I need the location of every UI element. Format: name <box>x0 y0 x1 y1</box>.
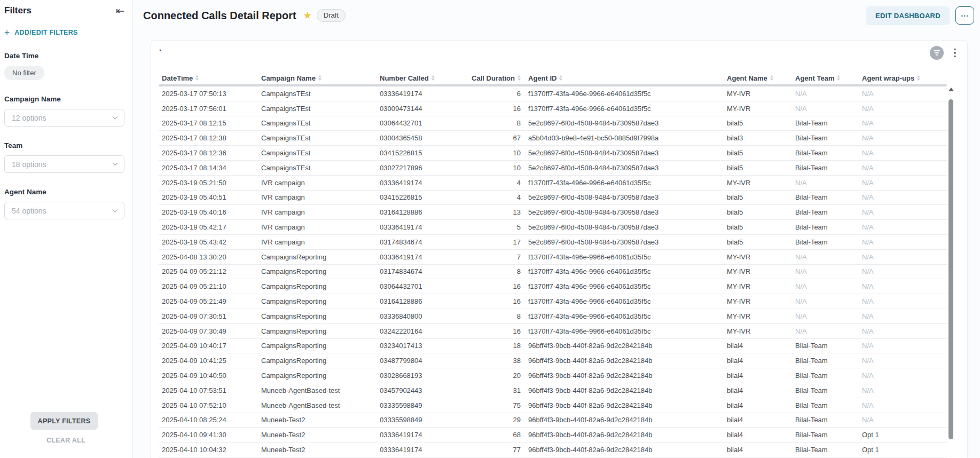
filter-group-campaign-name: Campaign Name 12 options <box>4 95 128 127</box>
column-header-agent-team[interactable]: Agent Team <box>792 74 859 82</box>
cell-agent-team: N/A <box>792 267 859 275</box>
cell-campaign-name: IVR campaign <box>258 223 377 231</box>
cell-agent-wrap-ups: N/A <box>859 193 947 201</box>
agent-name-select[interactable]: 54 options <box>4 202 124 219</box>
sort-icon[interactable] <box>837 75 840 81</box>
cell-agent-name: bilal4 <box>724 401 792 409</box>
cell-agent-name: bilal5 <box>724 223 792 231</box>
cell-agent-name: bilal5 <box>724 119 792 127</box>
cell-agent-id: 96bff4f3-9bcb-440f-82a6-9d2c2842184b <box>525 357 724 365</box>
table-row: 2025-04-09 05:21:49CampaignsReporting031… <box>159 294 947 309</box>
cell-agent-name: bilal5 <box>724 149 792 157</box>
cell-agent-id: 96bff4f3-9bcb-440f-82a6-9d2c2842184b <box>525 342 724 350</box>
table-row: 2025-04-08 13:30:20CampaignsReporting033… <box>159 250 947 265</box>
cell-campaign-name: IVR campaign <box>258 179 377 187</box>
cell-agent-team: Bilal-Team <box>792 164 859 172</box>
cell-number-called: 03064432701 <box>377 119 462 127</box>
column-header-campaign-name[interactable]: Campaign Name <box>258 74 377 82</box>
cell-agent-team: Bilal-Team <box>792 342 859 350</box>
campaign-name-select[interactable]: 12 options <box>4 109 124 127</box>
cell-datetime: 2025-03-17 08:12:36 <box>159 149 258 157</box>
sort-icon[interactable] <box>770 75 773 81</box>
sort-icon[interactable] <box>318 75 322 81</box>
team-select[interactable]: 18 options <box>4 155 124 173</box>
favorite-star-icon[interactable]: ★ <box>303 11 312 20</box>
edit-dashboard-button[interactable]: EDIT DASHBOARD <box>866 6 950 25</box>
cell-agent-id: 5e2c8697-6f0d-4508-9484-b7309587dae3 <box>525 208 724 216</box>
select-value: 12 options <box>12 114 46 122</box>
filter-group-agent-name: Agent Name 54 options <box>4 188 128 219</box>
column-label: Agent Team <box>795 74 834 82</box>
more-options-button[interactable]: ... <box>955 6 974 25</box>
cell-agent-id: f1370ff7-43fa-496e-9966-e64061d35f5c <box>525 267 724 275</box>
cell-agent-id: f1370ff7-43fa-496e-9966-e64061d35f5c <box>525 327 724 335</box>
table-row: 2025-03-17 08:14:34CampaignsTEst03027217… <box>159 161 947 176</box>
cell-datetime: 2025-03-19 05:21:50 <box>159 179 258 187</box>
scrollbar-thumb[interactable] <box>948 99 953 439</box>
column-header-call-duration[interactable]: Call Duration <box>462 74 525 82</box>
cell-datetime: 2025-03-17 08:12:38 <box>159 134 258 142</box>
cell-call-duration: 4 <box>462 193 525 201</box>
column-header-agent-id[interactable]: Agent ID <box>525 74 724 82</box>
cell-agent-wrap-ups: N/A <box>859 149 947 157</box>
table-kebab-menu-icon[interactable] <box>951 45 959 60</box>
table-filter-icon[interactable] <box>930 46 944 60</box>
cell-agent-wrap-ups: Opt 1 <box>859 431 947 439</box>
cell-agent-team: N/A <box>792 253 859 261</box>
column-header-agent-name[interactable]: Agent Name <box>724 74 792 82</box>
cell-number-called: 03242220164 <box>377 327 462 335</box>
cell-agent-id: 96bff4f3-9bcb-440f-82a6-9d2c2842184b <box>525 431 724 439</box>
cell-agent-wrap-ups: N/A <box>859 179 947 187</box>
plus-icon: + <box>4 28 10 37</box>
add-edit-filters-button[interactable]: + ADD/EDIT FILTERS <box>4 28 78 37</box>
cell-number-called: 03174834674 <box>377 267 462 275</box>
sort-icon[interactable] <box>917 75 920 81</box>
table-row: 2025-03-17 08:12:38CampaignsTEst03004365… <box>159 131 947 146</box>
cell-call-duration: 68 <box>462 431 525 439</box>
cell-agent-id: f1370ff7-43fa-496e-9966-e64061d35f5c <box>525 297 724 305</box>
cell-agent-id: 96bff4f3-9bcb-440f-82a6-9d2c2842184b <box>525 401 724 409</box>
cell-campaign-name: CampaignsTEst <box>258 149 377 157</box>
cell-agent-name: MY-IVR <box>724 312 792 320</box>
sort-icon[interactable] <box>195 75 199 81</box>
table-row: 2025-03-17 07:56:01CampaignsTEst03009473… <box>159 101 947 116</box>
sort-icon[interactable] <box>518 75 521 81</box>
column-header-number-called[interactable]: Number Called <box>377 74 462 82</box>
table-header-row: DateTimeCampaign NameNumber CalledCall D… <box>159 72 947 84</box>
cell-agent-team: N/A <box>792 282 859 290</box>
vertical-scrollbar[interactable] <box>948 86 954 458</box>
cell-agent-wrap-ups: N/A <box>859 208 947 216</box>
cell-call-duration: 18 <box>462 342 525 350</box>
filter-label: Date Time <box>4 52 128 60</box>
cell-agent-wrap-ups: N/A <box>859 282 947 290</box>
collapse-sidebar-icon[interactable]: ⇤ <box>116 6 124 16</box>
report-table-card: . DateTimeCampaign NameNumber CalledCall… <box>151 40 968 458</box>
cell-agent-id: 5e2c8697-6f0d-4508-9484-b7309587dae3 <box>525 223 724 231</box>
clear-all-button[interactable]: CLEAR ALL <box>0 437 132 444</box>
apply-filters-button[interactable]: APPLY FILTERS <box>30 412 98 430</box>
cell-agent-name: MY-IVR <box>724 267 792 275</box>
cell-call-duration: 6 <box>462 90 525 98</box>
select-value: 18 options <box>12 160 46 169</box>
table-row: 2025-04-09 10:41:25CampaignsReporting034… <box>159 353 947 368</box>
column-header-agent-wrap-ups[interactable]: Agent wrap-ups <box>859 74 947 82</box>
cell-datetime: 2025-03-19 05:40:51 <box>159 193 258 201</box>
chevron-down-icon <box>113 207 118 212</box>
cell-number-called: 03336419174 <box>377 223 462 231</box>
cell-datetime: 2025-04-09 05:21:12 <box>159 267 258 275</box>
cell-agent-team: Bilal-Team <box>792 223 859 231</box>
column-label: Agent wrap-ups <box>862 74 914 82</box>
sort-icon[interactable] <box>432 75 435 81</box>
scroll-up-arrow-icon[interactable] <box>948 88 954 91</box>
cell-number-called: 03336419174 <box>377 90 462 98</box>
table-row: 2025-03-19 05:21:50IVR campaign033364191… <box>159 176 947 191</box>
cell-agent-name: MY-IVR <box>724 282 792 290</box>
cell-datetime: 2025-04-10 07:52:10 <box>159 401 258 409</box>
date-time-filter-chip: No filter <box>4 66 44 80</box>
cell-call-duration: 75 <box>462 401 525 409</box>
cell-call-duration: 8 <box>462 267 525 275</box>
cell-agent-wrap-ups: N/A <box>859 342 947 350</box>
cell-agent-id: f1370ff7-43fa-496e-9966-e64061d35f5c <box>525 282 724 290</box>
sort-icon[interactable] <box>559 75 562 81</box>
column-header-datetime[interactable]: DateTime <box>159 74 258 82</box>
